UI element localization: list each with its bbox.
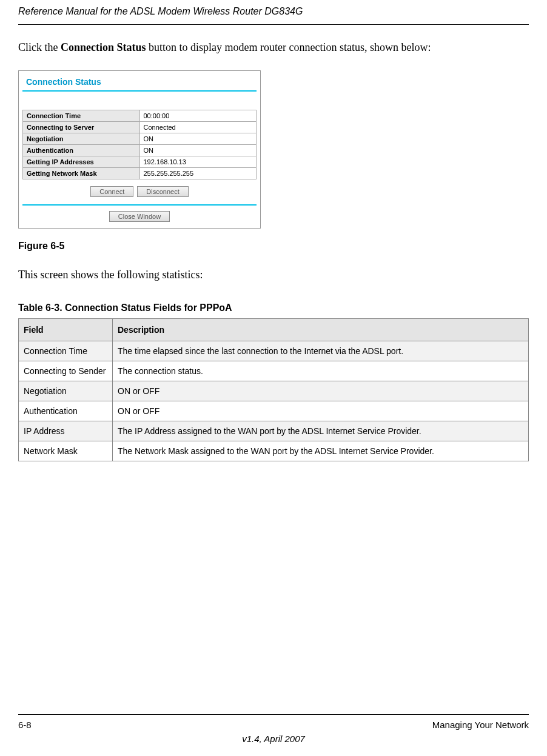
status-label: Authentication: [23, 145, 140, 156]
button-row-top: Connect Disconnect: [22, 179, 257, 199]
intro-suffix: button to display modem router connectio…: [146, 41, 431, 53]
connect-button[interactable]: Connect: [90, 186, 133, 197]
table-header-field: Field: [19, 319, 113, 341]
body-text: This screen shows the following statisti…: [18, 269, 529, 281]
status-row: Connecting to Server Connected: [23, 122, 257, 133]
status-label: Getting IP Addresses: [23, 156, 140, 168]
table-row: Negotiation ON or OFF: [19, 381, 529, 401]
table-row: Network Mask The Network Mask assigned t…: [19, 441, 529, 461]
table-cell-description: The time elapsed since the last connecti…: [113, 341, 529, 361]
status-value: 00:00:00: [139, 110, 257, 122]
table-header-description: Description: [113, 319, 529, 341]
status-value: 255.255.255.255: [139, 168, 257, 179]
table-cell-field: Connecting to Sender: [19, 361, 113, 381]
page-footer: 6-8 Managing Your Network v1.4, April 20…: [18, 714, 529, 744]
status-value: Connected: [139, 122, 257, 133]
intro-paragraph: Click the Connection Status button to di…: [18, 40, 529, 55]
table-cell-field: Negotiation: [19, 381, 113, 401]
page-header: Reference Manual for the ADSL Modem Wire…: [18, 0, 529, 25]
status-table: Connection Time 00:00:00 Connecting to S…: [22, 110, 257, 179]
table-cell-description: The Network Mask assigned to the WAN por…: [113, 441, 529, 461]
connection-status-screenshot: Connection Status Connection Time 00:00:…: [18, 70, 261, 229]
table-cell-description: ON or OFF: [113, 381, 529, 401]
status-row: Getting IP Addresses 192.168.10.13: [23, 156, 257, 168]
table-cell-description: ON or OFF: [113, 401, 529, 421]
status-label: Connecting to Server: [23, 122, 140, 133]
table-cell-description: The connection status.: [113, 361, 529, 381]
screenshot-title: Connection Status: [22, 75, 257, 89]
table-cell-field: Network Mask: [19, 441, 113, 461]
divider-line: [22, 204, 257, 206]
figure-caption: Figure 6-5: [18, 241, 529, 252]
table-caption: Table 6-3. Connection Status Fields for …: [18, 303, 529, 313]
status-value: 192.168.10.13: [139, 156, 257, 168]
status-row: Negotiation ON: [23, 133, 257, 145]
table-header-row: Field Description: [19, 319, 529, 341]
status-label: Getting Network Mask: [23, 168, 140, 179]
close-window-button[interactable]: Close Window: [109, 211, 170, 222]
table-row: Authentication ON or OFF: [19, 401, 529, 421]
table-row: Connection Time The time elapsed since t…: [19, 341, 529, 361]
footer-version: v1.4, April 2007: [18, 734, 529, 744]
fields-table: Field Description Connection Time The ti…: [18, 318, 529, 461]
status-row: Getting Network Mask 255.255.255.255: [23, 168, 257, 179]
table-row: IP Address The IP Address assigned to th…: [19, 421, 529, 441]
table-cell-field: Authentication: [19, 401, 113, 421]
button-row-bottom: Close Window: [22, 210, 257, 224]
status-label: Connection Time: [23, 110, 140, 122]
table-cell-field: Connection Time: [19, 341, 113, 361]
header-title: Reference Manual for the ADSL Modem Wire…: [18, 6, 303, 16]
status-value: ON: [139, 133, 257, 145]
status-label: Negotiation: [23, 133, 140, 145]
table-cell-description: The IP Address assigned to the WAN port …: [113, 421, 529, 441]
status-row: Authentication ON: [23, 145, 257, 156]
status-value: ON: [139, 145, 257, 156]
table-cell-field: IP Address: [19, 421, 113, 441]
divider-line: [22, 90, 257, 92]
footer-page-number: 6-8: [18, 720, 32, 730]
disconnect-button[interactable]: Disconnect: [137, 186, 188, 197]
footer-row: 6-8 Managing Your Network: [18, 720, 529, 730]
intro-prefix: Click the: [18, 41, 61, 53]
status-row: Connection Time 00:00:00: [23, 110, 257, 122]
table-row: Connecting to Sender The connection stat…: [19, 361, 529, 381]
intro-bold: Connection Status: [61, 41, 146, 53]
footer-section: Managing Your Network: [432, 720, 529, 730]
